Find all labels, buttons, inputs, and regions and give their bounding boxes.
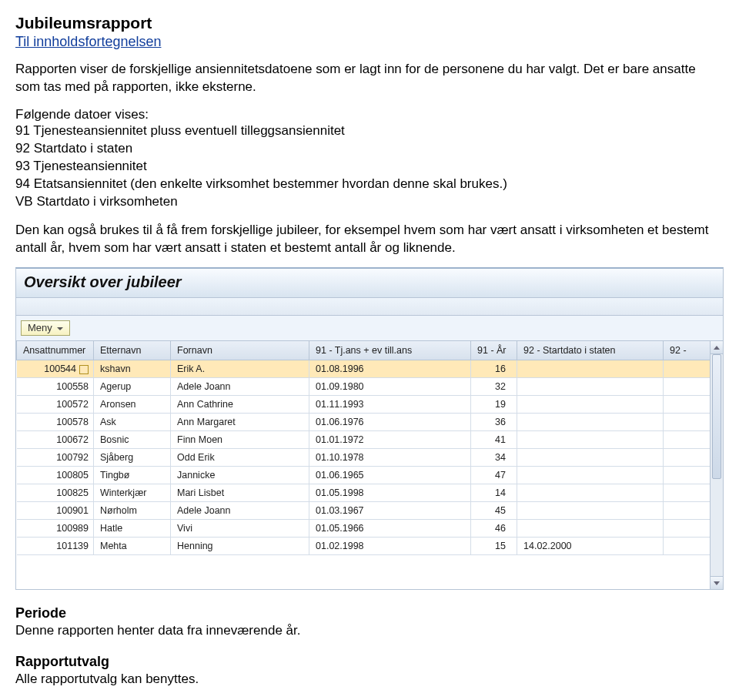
cell-ansattnummer: 100805 — [17, 467, 94, 484]
cell-91-ar: 46 — [471, 520, 517, 538]
table-row[interactable]: 100558AgerupAdele Joann01.09.198032 — [17, 378, 723, 396]
table-row[interactable]: 100544kshavnErik A.01.08.199616 — [17, 360, 723, 378]
cell-ansattnummer: 100792 — [17, 449, 94, 467]
triangle-down-icon — [714, 581, 720, 585]
cell-fornavn: Henning — [171, 538, 309, 555]
cell-91-date: 01.10.1978 — [309, 449, 471, 467]
cell-fornavn: Finn Moen — [171, 431, 309, 449]
cell-fornavn: Ann Cathrine — [171, 396, 309, 414]
table-row[interactable]: 100901NørholmAdele Joann01.03.196745 — [17, 502, 723, 520]
date-92: 92 Startdato i staten — [15, 140, 724, 158]
cell-etternavn: Winterkjær — [94, 484, 171, 502]
table-row[interactable]: 100572AronsenAnn Cathrine01.11.199319 — [17, 396, 723, 414]
triangle-up-icon — [714, 346, 720, 350]
col-fornavn[interactable]: Fornavn — [171, 341, 309, 360]
cell-91-ar: 16 — [471, 360, 517, 378]
cell-ansattnummer: 100901 — [17, 502, 94, 520]
cell-etternavn: Bosnic — [94, 431, 171, 449]
cell-91-ar: 36 — [471, 414, 517, 431]
usage-paragraph: Den kan også brukes til å få frem forskj… — [15, 222, 724, 257]
cell-91-date: 01.05.1998 — [309, 484, 471, 502]
cell-91-ar: 14 — [471, 484, 517, 502]
cell-ansattnummer: 100572 — [17, 396, 94, 414]
cell-ansattnummer: 100578 — [17, 414, 94, 431]
cell-etternavn: Aronsen — [94, 396, 171, 414]
table-row[interactable]: 101139MehtaHenning01.02.19981514.02.2000 — [17, 538, 723, 555]
cell-92-date — [517, 378, 664, 396]
edit-icon — [79, 365, 89, 374]
cell-91-date: 01.01.1972 — [309, 431, 471, 449]
scroll-up-button[interactable] — [711, 341, 723, 354]
date-94: 94 Etatsansiennitet (den enkelte virksom… — [15, 176, 724, 193]
sap-panel: Oversikt over jubileer Meny Ansattnummer… — [15, 267, 724, 590]
grid-header-row: Ansattnummer Etternavn Fornavn 91 - Tj.a… — [17, 341, 723, 360]
table-row[interactable]: 100989HatleVivi01.05.196646 — [17, 520, 723, 538]
cell-92-date — [517, 396, 664, 414]
cell-91-date: 01.06.1965 — [309, 467, 471, 484]
cell-92-date: 14.02.2000 — [517, 538, 664, 555]
periode-heading: Periode — [15, 605, 724, 621]
cell-92-date — [517, 414, 664, 431]
cell-fornavn: Vivi — [171, 520, 309, 538]
cell-91-ar: 15 — [471, 538, 517, 555]
cell-ansattnummer: 100825 — [17, 484, 94, 502]
cell-91-ar: 47 — [471, 467, 517, 484]
cell-etternavn: kshavn — [94, 360, 171, 378]
scroll-down-button[interactable] — [711, 576, 723, 589]
col-91-ar[interactable]: 91 - År — [471, 341, 517, 360]
cell-fornavn: Adele Joann — [171, 502, 309, 520]
cell-fornavn: Odd Erik — [171, 449, 309, 467]
cell-fornavn: Jannicke — [171, 467, 309, 484]
cell-etternavn: Sjåberg — [94, 449, 171, 467]
page-title: Jubileumsrapport — [15, 14, 724, 32]
cell-92-date — [517, 449, 664, 467]
cell-92-date — [517, 467, 664, 484]
cell-91-date: 01.09.1980 — [309, 378, 471, 396]
scroll-thumb[interactable] — [712, 354, 721, 479]
cell-92-date — [517, 520, 664, 538]
toc-link[interactable]: Til innholdsfortegnelsen — [15, 34, 161, 49]
periode-text: Denne rapporten henter data fra innevære… — [15, 623, 724, 638]
cell-92-date — [517, 431, 664, 449]
chevron-down-icon — [57, 327, 63, 330]
cell-91-date: 01.11.1993 — [309, 396, 471, 414]
vertical-scrollbar[interactable] — [710, 341, 723, 589]
cell-92-date — [517, 484, 664, 502]
table-row[interactable]: 100825WinterkjærMari Lisbet01.05.199814 — [17, 484, 723, 502]
menu-button[interactable]: Meny — [21, 320, 70, 336]
date-vb: VB Startdato i virksomheten — [15, 193, 724, 211]
rapportutvalg-heading: Rapportutvalg — [15, 654, 724, 670]
cell-etternavn: Nørholm — [94, 502, 171, 520]
menu-button-label: Meny — [28, 322, 52, 333]
cell-etternavn: Agerup — [94, 378, 171, 396]
cell-92-date — [517, 502, 664, 520]
intro-paragraph: Rapporten viser de forskjellige ansienni… — [15, 61, 724, 96]
data-grid: Ansattnummer Etternavn Fornavn 91 - Tj.a… — [16, 340, 723, 589]
date-91: 91 Tjenesteansiennitet pluss eventuell t… — [15, 122, 724, 140]
cell-91-ar: 32 — [471, 378, 517, 396]
col-etternavn[interactable]: Etternavn — [94, 341, 171, 360]
cell-etternavn: Hatle — [94, 520, 171, 538]
col-92[interactable]: 92 - Startdato i staten — [517, 341, 664, 360]
table-row[interactable]: 100805TingbøJannicke01.06.196547 — [17, 467, 723, 484]
cell-etternavn: Mehta — [94, 538, 171, 555]
table-row[interactable]: 100578AskAnn Margaret01.06.197636 — [17, 414, 723, 431]
table-row[interactable]: 100672BosnicFinn Moen01.01.197241 — [17, 431, 723, 449]
cell-91-ar: 19 — [471, 396, 517, 414]
col-91[interactable]: 91 - Tj.ans + ev till.ans — [309, 341, 471, 360]
col-ansattnummer[interactable]: Ansattnummer — [17, 341, 94, 360]
dates-intro: Følgende datoer vises: — [15, 107, 724, 122]
cell-ansattnummer: 101139 — [17, 538, 94, 555]
cell-ansattnummer: 100672 — [17, 431, 94, 449]
app-toolbar — [16, 298, 723, 316]
rapportutvalg-text: Alle rapportutvalg kan benyttes. — [15, 672, 724, 687]
cell-fornavn: Ann Margaret — [171, 414, 309, 431]
date-93: 93 Tjenesteansiennitet — [15, 158, 724, 176]
cell-91-ar: 34 — [471, 449, 517, 467]
app-title: Oversikt over jubileer — [16, 269, 723, 298]
cell-fornavn: Erik A. — [171, 360, 309, 378]
table-row[interactable]: 100792SjåbergOdd Erik01.10.197834 — [17, 449, 723, 467]
cell-ansattnummer: 100544 — [17, 360, 94, 378]
cell-91-ar: 45 — [471, 502, 517, 520]
cell-91-date: 01.06.1976 — [309, 414, 471, 431]
